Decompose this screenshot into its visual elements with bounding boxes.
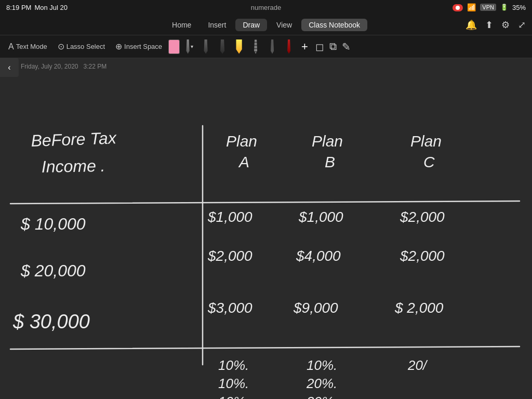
- svg-text:BeFore Tax: BeFore Tax: [31, 128, 117, 150]
- svg-text:$4,000: $4,000: [296, 248, 341, 264]
- svg-text:30%.: 30%.: [307, 394, 337, 399]
- svg-text:$1,000: $1,000: [298, 209, 343, 225]
- menu-view[interactable]: View: [269, 19, 299, 31]
- settings-icon[interactable]: ⚙: [501, 19, 510, 31]
- canvas-svg: BeFore Tax Income . Plan A Plan B Plan C…: [0, 58, 532, 399]
- svg-text:$2,000: $2,000: [400, 248, 445, 264]
- svg-text:$ 2,000: $ 2,000: [394, 300, 444, 316]
- fullscreen-icon[interactable]: ⤢: [518, 19, 526, 31]
- insert-space-button[interactable]: ⊕ Insert Space: [111, 39, 166, 54]
- battery-percentage: 35%: [512, 4, 526, 11]
- vpn-badge: VPN: [480, 4, 496, 11]
- menu-home[interactable]: Home: [165, 19, 198, 31]
- svg-text:Plan: Plan: [312, 132, 343, 150]
- svg-text:$9,000: $9,000: [293, 300, 338, 316]
- svg-text:Income .: Income .: [41, 156, 105, 176]
- svg-text:20/: 20/: [407, 357, 428, 373]
- toolbar-actions: ◻ ⧉ ✎: [315, 41, 351, 53]
- pen-yellow[interactable]: [232, 38, 246, 55]
- app-name: numerade: [251, 4, 282, 11]
- menu-bar: Home Insert Draw View Class Notebook 🔔 ⬆…: [0, 15, 532, 35]
- pen-red-dark[interactable]: [282, 38, 296, 55]
- eraser-icon[interactable]: ✎: [342, 41, 351, 53]
- svg-text:$2,000: $2,000: [207, 248, 252, 264]
- svg-text:10%.: 10%.: [218, 357, 249, 373]
- shape-tool-icon[interactable]: ◻: [315, 41, 324, 53]
- text-mode-label: Text Mode: [16, 43, 47, 50]
- lasso-select-button[interactable]: ⊙ Lasso Select: [54, 39, 109, 54]
- toolbar: A Text Mode ⊙ Lasso Select ⊕ Insert Spac…: [0, 35, 532, 58]
- svg-text:10%.: 10%.: [218, 376, 249, 391]
- status-bar: 8:19 PM Mon Jul 20 numerade 📶 VPN 🔋 35%: [0, 0, 532, 15]
- svg-text:$2,000: $2,000: [400, 209, 445, 225]
- record-indicator: [453, 4, 463, 11]
- menu-class-notebook[interactable]: Class Notebook: [301, 19, 367, 31]
- day-display: Mon Jul 20: [34, 4, 68, 11]
- crop-icon[interactable]: ⧉: [329, 41, 337, 52]
- pen-triangle-dark[interactable]: [265, 38, 280, 55]
- back-button[interactable]: ‹: [0, 58, 19, 77]
- menu-insert[interactable]: Insert: [201, 19, 233, 31]
- menu-actions: 🔔 ⬆ ⚙ ⤢: [466, 19, 526, 31]
- notification-icon[interactable]: 🔔: [466, 19, 477, 31]
- svg-text:$1,000: $1,000: [207, 209, 252, 225]
- svg-text:10%.: 10%.: [218, 394, 249, 399]
- share-icon[interactable]: ⬆: [485, 19, 493, 31]
- menu-draw[interactable]: Draw: [235, 19, 267, 31]
- svg-text:$3,000: $3,000: [207, 300, 252, 316]
- pen-dark-gray[interactable]: [198, 38, 213, 55]
- pen-striped[interactable]: [248, 38, 263, 55]
- svg-text:A: A: [238, 153, 249, 170]
- svg-text:$ 10,000: $ 10,000: [20, 215, 86, 233]
- svg-text:$ 20,000: $ 20,000: [20, 261, 86, 280]
- svg-text:Plan: Plan: [226, 132, 257, 150]
- add-tool-button[interactable]: +: [298, 40, 311, 54]
- pen-gray[interactable]: ▾: [182, 38, 196, 55]
- time-display: 8:19 PM: [6, 4, 31, 11]
- svg-text:10%.: 10%.: [307, 357, 337, 373]
- insert-space-icon: ⊕: [115, 42, 122, 51]
- date-label: Friday, July 20, 2020 3:22 PM: [21, 63, 107, 70]
- text-mode-button[interactable]: A Text Mode: [4, 40, 51, 54]
- svg-text:$ 30,000: $ 30,000: [12, 311, 90, 332]
- svg-text:C: C: [423, 153, 435, 170]
- lasso-icon: ⊙: [58, 42, 64, 51]
- pen-green-dark[interactable]: [215, 38, 230, 55]
- wifi-icon: 📶: [467, 3, 476, 11]
- color-pink[interactable]: [168, 39, 180, 54]
- text-mode-icon: A: [8, 42, 14, 51]
- svg-text:20%.: 20%.: [306, 376, 337, 391]
- date-bar: Friday, July 20, 2020 3:22 PM: [21, 58, 107, 74]
- svg-text:Plan: Plan: [410, 132, 442, 150]
- svg-text:B: B: [325, 153, 335, 170]
- battery-icon: 🔋: [500, 4, 508, 11]
- insert-space-label: Insert Space: [124, 43, 162, 50]
- lasso-select-label: Lasso Select: [66, 43, 105, 50]
- canvas-area[interactable]: BeFore Tax Income . Plan A Plan B Plan C…: [0, 58, 532, 399]
